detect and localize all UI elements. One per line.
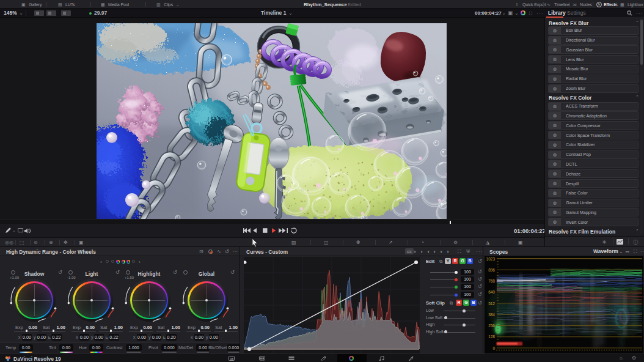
- svg-text:256: 256: [488, 323, 495, 328]
- svg-text:384: 384: [488, 312, 495, 317]
- svg-text:1023: 1023: [486, 257, 496, 261]
- svg-text:fx: fx: [598, 2, 601, 6]
- svg-text:640: 640: [488, 290, 495, 294]
- svg-text:128: 128: [488, 334, 495, 339]
- svg-text:896: 896: [488, 268, 495, 272]
- svg-text:768: 768: [488, 279, 495, 283]
- svg-text:0: 0: [492, 346, 495, 350]
- svg-text:512: 512: [488, 301, 495, 306]
